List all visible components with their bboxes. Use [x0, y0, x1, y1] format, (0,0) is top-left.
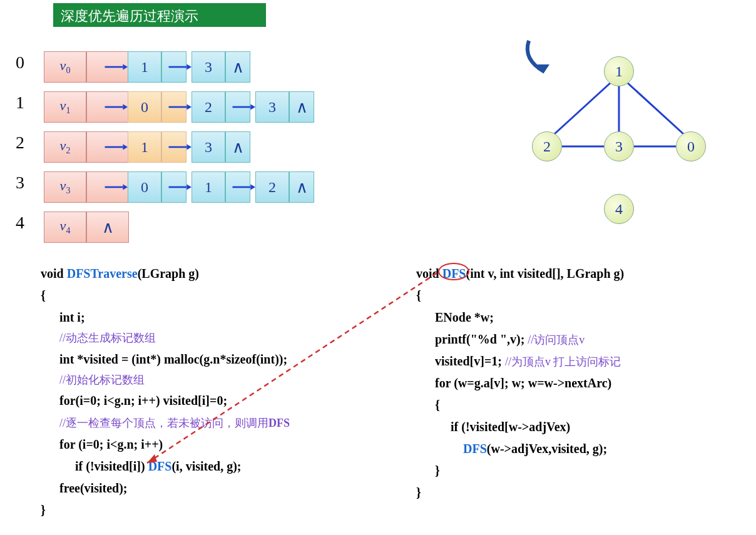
vertex-cell: v4: [44, 211, 86, 243]
edge-1-0: [619, 75, 691, 141]
index-column: 0 1 2 3 4: [16, 47, 24, 247]
list-node-val: 2: [255, 171, 289, 203]
nil-cell: ∧: [289, 171, 314, 203]
nil-cell: ∧: [289, 91, 314, 123]
graph-node-3: 3: [604, 131, 634, 161]
index-3: 3: [16, 167, 24, 207]
vertex-cell: v2: [44, 131, 86, 163]
arrow-icon: [104, 51, 128, 83]
arrow-icon: [168, 131, 192, 163]
graph-node-1: 1: [604, 56, 634, 86]
graph-node-2: 2: [532, 131, 562, 161]
svg-marker-1: [123, 64, 128, 69]
svg-marker-3: [186, 64, 192, 69]
nil-cell: ∧: [225, 51, 250, 83]
arrow-icon: [232, 91, 255, 123]
curve-arrow-icon: [519, 34, 576, 84]
index-4: 4: [16, 207, 24, 247]
list-node-val: 1: [128, 51, 161, 83]
title-bar: 深度优先遍历过程演示: [53, 3, 266, 27]
adjacency-table: v013∧v1023∧v213∧v3012∧v4∧: [44, 47, 314, 247]
svg-marker-17: [186, 184, 192, 190]
list-node-val: 0: [128, 171, 161, 203]
arrow-icon: [104, 171, 128, 203]
arrow-icon: [232, 171, 255, 203]
nil-cell: ∧: [225, 131, 250, 163]
graph-node-4: 4: [604, 194, 634, 224]
adj-row-3: v3012∧: [44, 167, 314, 207]
svg-marker-9: [250, 104, 255, 110]
svg-marker-13: [186, 144, 192, 150]
vertex-cell: v0: [44, 51, 86, 83]
edge-1-2: [547, 75, 619, 141]
list-node-val: 2: [192, 91, 225, 123]
list-node-val: 3: [192, 131, 225, 163]
adj-row-2: v213∧: [44, 127, 314, 167]
code-block-left: void DFSTraverse(LGraph g) { int i; //动态…: [41, 263, 290, 521]
svg-marker-11: [123, 144, 128, 150]
svg-marker-19: [250, 184, 255, 190]
index-1: 1: [16, 87, 24, 127]
list-node-val: 3: [255, 91, 289, 123]
arrow-icon: [104, 91, 128, 123]
list-node-val: 0: [128, 91, 161, 123]
list-node-val: 1: [192, 171, 225, 203]
svg-marker-5: [123, 104, 128, 110]
adj-row-1: v1023∧: [44, 87, 314, 127]
code-block-right: void DFS(int v, int visited[], LGraph g)…: [416, 263, 624, 504]
arrow-icon: [104, 131, 128, 163]
index-0: 0: [16, 47, 24, 87]
adj-row-4: v4∧: [44, 207, 314, 247]
list-node-val: 1: [128, 131, 161, 163]
svg-marker-15: [123, 184, 128, 190]
index-2: 2: [16, 127, 24, 167]
nil-cell: ∧: [86, 211, 129, 243]
arrow-icon: [168, 91, 192, 123]
svg-marker-7: [186, 104, 192, 110]
list-node-val: 3: [192, 51, 225, 83]
adj-row-0: v013∧: [44, 47, 314, 87]
graph-node-0: 0: [676, 131, 706, 161]
vertex-cell: v1: [44, 91, 86, 123]
arrow-icon: [168, 171, 192, 203]
vertex-cell: v3: [44, 171, 86, 203]
arrow-icon: [168, 51, 192, 83]
